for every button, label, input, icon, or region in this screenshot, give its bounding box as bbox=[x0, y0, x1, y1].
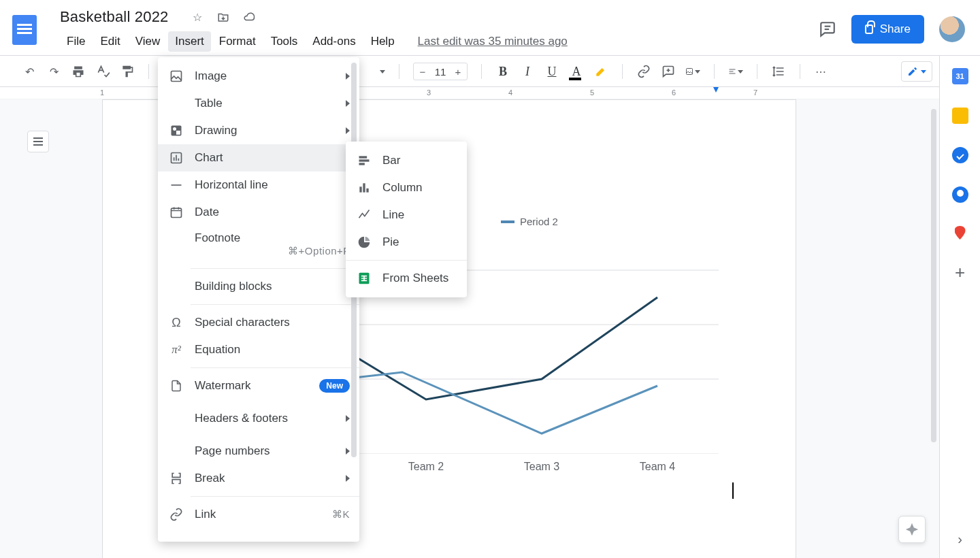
spellcheck-icon[interactable] bbox=[95, 64, 110, 79]
share-label: Share bbox=[880, 22, 911, 36]
chart-pie[interactable]: Pie bbox=[346, 229, 467, 256]
font-size-value[interactable]: 11 bbox=[431, 66, 449, 78]
insert-table[interactable]: Table bbox=[158, 90, 359, 117]
bold-icon[interactable]: B bbox=[495, 64, 510, 79]
share-button[interactable]: Share bbox=[851, 15, 924, 44]
cloud-status-icon[interactable] bbox=[242, 10, 256, 24]
move-icon[interactable] bbox=[216, 10, 230, 24]
tasks-icon[interactable] bbox=[952, 147, 968, 163]
line-spacing-icon[interactable] bbox=[771, 64, 786, 79]
explore-button[interactable] bbox=[898, 516, 926, 543]
menu-insert[interactable]: Insert bbox=[168, 31, 211, 52]
paint-format-icon[interactable] bbox=[120, 64, 135, 79]
outline-toggle-button[interactable] bbox=[27, 131, 49, 152]
insert-footnote[interactable]: Footnote ⌘+Option+F bbox=[158, 226, 359, 264]
ruler-tick: 7 bbox=[753, 88, 757, 97]
link-icon bbox=[169, 507, 184, 522]
menu-bar: File Edit View Insert Format Tools Add-o… bbox=[60, 31, 568, 52]
menu-view[interactable]: View bbox=[129, 31, 167, 52]
font-size-box[interactable]: − 11 + bbox=[413, 63, 468, 80]
chart-from-sheets[interactable]: From Sheets bbox=[346, 265, 467, 292]
get-addons-icon[interactable]: + bbox=[952, 265, 968, 282]
more-icon[interactable]: ⋯ bbox=[814, 64, 829, 79]
menu-edit[interactable]: Edit bbox=[93, 31, 127, 52]
insert-drawing[interactable]: Drawing bbox=[158, 117, 359, 144]
insert-drawing-label: Drawing bbox=[195, 124, 237, 137]
drawing-icon bbox=[169, 123, 184, 138]
account-avatar[interactable] bbox=[939, 16, 965, 42]
ruler-indent-marker[interactable] bbox=[713, 87, 719, 93]
ruler[interactable]: 1 3 4 5 6 7 bbox=[0, 87, 980, 99]
chart-line-label: Line bbox=[382, 208, 404, 222]
insert-headers-label: Headers & footers bbox=[195, 412, 288, 425]
docs-logo-icon[interactable] bbox=[12, 15, 37, 45]
ruler-tick: 6 bbox=[672, 88, 676, 97]
editing-mode-button[interactable] bbox=[901, 61, 932, 82]
image-icon bbox=[169, 69, 184, 84]
insert-special-chars[interactable]: Ω Special characters bbox=[158, 309, 359, 336]
insert-link[interactable]: Link ⌘K bbox=[158, 501, 359, 528]
increase-font-button[interactable]: + bbox=[449, 66, 467, 78]
highlight-icon[interactable] bbox=[593, 64, 608, 79]
submenu-arrow-icon bbox=[346, 415, 350, 422]
italic-icon[interactable]: I bbox=[520, 64, 535, 79]
text-cursor bbox=[732, 482, 734, 499]
new-badge: New bbox=[319, 379, 350, 393]
chart-bar[interactable]: Bar bbox=[346, 147, 467, 174]
scrollbar[interactable] bbox=[931, 109, 936, 442]
x-tick: Team 4 bbox=[640, 461, 675, 473]
calendar-icon[interactable] bbox=[952, 68, 968, 84]
insert-page-numbers[interactable]: Page numbers bbox=[158, 438, 359, 465]
svg-rect-12 bbox=[172, 71, 182, 82]
insert-equation[interactable]: π² Equation bbox=[158, 336, 359, 363]
font-caret-icon[interactable] bbox=[380, 70, 385, 73]
redo-icon[interactable]: ↷ bbox=[46, 64, 61, 79]
comments-icon[interactable] bbox=[819, 20, 836, 38]
workspace: Period 2 Team 2 Team 3 Team 4 bbox=[0, 99, 939, 558]
menu-tools[interactable]: Tools bbox=[264, 31, 305, 52]
print-icon[interactable] bbox=[71, 64, 86, 79]
last-edit-link[interactable]: Last edit was 35 minutes ago bbox=[418, 35, 568, 48]
svg-rect-4 bbox=[687, 69, 693, 75]
menu-addons[interactable]: Add-ons bbox=[306, 31, 362, 52]
chart-column[interactable]: Column bbox=[346, 174, 467, 201]
insert-break[interactable]: Break bbox=[158, 465, 359, 492]
x-tick: Team 2 bbox=[408, 461, 444, 473]
menu-format[interactable]: Format bbox=[212, 31, 263, 52]
side-panel: + › bbox=[939, 56, 980, 558]
svg-rect-23 bbox=[363, 183, 365, 192]
submenu-arrow-icon bbox=[346, 100, 350, 107]
insert-hline[interactable]: Horizontal line bbox=[158, 171, 359, 199]
underline-icon[interactable]: U bbox=[544, 64, 559, 79]
keep-icon[interactable] bbox=[952, 108, 968, 124]
insert-link-icon[interactable] bbox=[636, 64, 651, 79]
insert-chart-label: Chart bbox=[195, 151, 223, 165]
insert-headers-footers[interactable]: Headers & footers bbox=[158, 399, 359, 438]
decrease-font-button[interactable]: − bbox=[414, 66, 431, 78]
maps-icon[interactable] bbox=[952, 226, 968, 242]
insert-break-label: Break bbox=[195, 472, 225, 485]
insert-pagenum-label: Page numbers bbox=[195, 444, 270, 458]
ruler-tick: 3 bbox=[427, 88, 431, 97]
chart-line[interactable]: Line bbox=[346, 201, 467, 229]
insert-date[interactable]: Date bbox=[158, 199, 359, 226]
align-icon[interactable] bbox=[728, 64, 743, 79]
hide-panel-icon[interactable]: › bbox=[958, 531, 962, 547]
doc-title[interactable]: Basketball 2022 bbox=[60, 8, 169, 26]
menu-help[interactable]: Help bbox=[364, 31, 402, 52]
equation-icon: π² bbox=[169, 342, 184, 357]
insert-watermark[interactable]: Watermark New bbox=[158, 372, 359, 399]
insert-chart[interactable]: Chart bbox=[158, 144, 359, 171]
contacts-icon[interactable] bbox=[952, 186, 968, 203]
insert-image[interactable]: Image bbox=[158, 63, 359, 90]
svg-rect-22 bbox=[359, 186, 361, 192]
insert-image-icon[interactable] bbox=[685, 64, 700, 79]
menu-file[interactable]: File bbox=[60, 31, 92, 52]
chart-series-period2 bbox=[314, 372, 657, 433]
insert-building-blocks[interactable]: Building blocks bbox=[158, 273, 359, 300]
star-icon[interactable]: ☆ bbox=[191, 10, 204, 24]
insert-hline-label: Horizontal line bbox=[195, 178, 268, 192]
add-comment-icon[interactable] bbox=[661, 64, 676, 79]
text-color-icon[interactable]: A bbox=[569, 64, 584, 79]
undo-icon[interactable]: ↶ bbox=[22, 64, 37, 79]
